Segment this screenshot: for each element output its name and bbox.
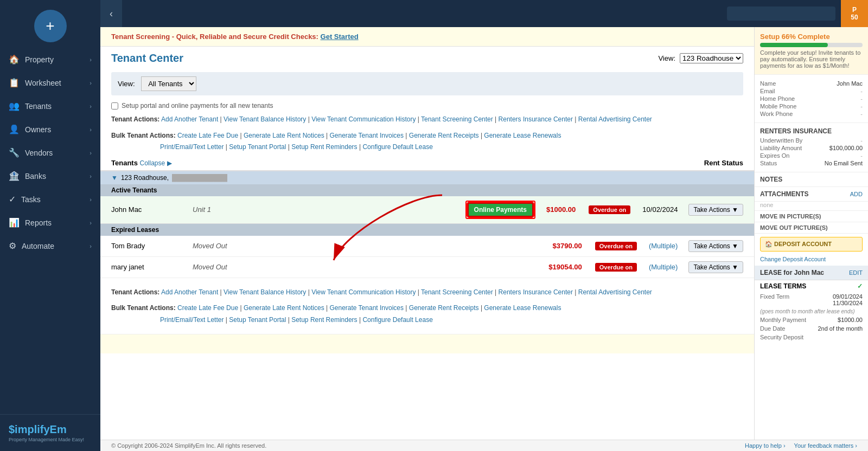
bulk-renewals[interactable]: Generate Lease Renewals: [484, 132, 561, 139]
view-select[interactable]: 123 Roadhouse: [680, 53, 743, 63]
table-header: Tenants Collapse ▶ Rent Status: [100, 156, 754, 171]
sidebar-item-vendors[interactable]: 🔧 Vendors ›: [0, 141, 100, 164]
footer: © Copyright 2006-2024 SimplifyEm Inc. Al…: [100, 440, 868, 451]
sidebar-item-property[interactable]: 🏠 Property ›: [0, 48, 100, 71]
sidebar-item-worksheet[interactable]: 📋 Worksheet ›: [0, 71, 100, 94]
home-icon: 🏠: [9, 54, 20, 65]
due-date-row: Due Date 2nd of the month: [755, 324, 868, 333]
sidebar-item-reports[interactable]: 📊 Reports ›: [0, 211, 100, 234]
action-renters-ins[interactable]: Renters Insurance Center: [499, 115, 573, 123]
overdue-date-tom: (Multiple): [649, 242, 678, 250]
action-balance-history[interactable]: View Tenant Balance History: [224, 115, 306, 123]
take-actions-tom[interactable]: Take Actions ▼: [688, 240, 743, 252]
overdue-date-mary: (Multiple): [649, 263, 678, 271]
notes-title: NOTES: [760, 176, 863, 183]
logo-area: $implifyEm Property Management Made Easy…: [0, 414, 100, 451]
add-attachment-link[interactable]: ADD: [850, 191, 863, 197]
chevron-right-icon-6: ›: [90, 173, 92, 179]
badge-p: P: [852, 6, 857, 14]
action-rental-ads[interactable]: Rental Advertising Center: [578, 115, 652, 123]
setup-progress: Setup 66% Complete Complete your setup! …: [755, 27, 868, 75]
action-comm-history[interactable]: View Tenant Communication History: [311, 115, 416, 123]
name-row: Name John Mac: [760, 80, 863, 87]
bulk-late-notices[interactable]: Generate Late Rent Notices: [244, 132, 324, 139]
bulk-receipts[interactable]: Generate Rent Receipts: [409, 132, 479, 139]
chevron-right-icon-7: ›: [90, 196, 92, 203]
lease-terms-title: LEASE TERMS: [760, 282, 806, 290]
email-value: -: [860, 88, 863, 94]
b-bulk-receipts[interactable]: Generate Rent Receipts: [409, 304, 479, 312]
reports-icon: 📊: [9, 217, 20, 228]
owners-icon: 👤: [9, 124, 20, 134]
topbar: ‹ P 50: [100, 0, 868, 27]
take-actions-mary[interactable]: Take Actions ▼: [688, 261, 743, 273]
bulk-actions-line: Bulk Tenant Actions: Create Late Fee Due…: [100, 128, 754, 156]
tenant-unit-john: Unit 1: [193, 205, 236, 214]
b-action-add[interactable]: Add Another Tenant: [161, 288, 218, 296]
b-bulk-portal[interactable]: Setup Tenant Portal: [229, 316, 286, 324]
add-button[interactable]: +: [34, 10, 67, 42]
setup-checkbox[interactable]: [111, 102, 118, 109]
b-action-comm[interactable]: View Tenant Communication History: [311, 288, 416, 296]
b-bulk-reminders[interactable]: Setup Rent Reminders: [291, 316, 357, 324]
b-action-screening[interactable]: Tenant Screening Center: [421, 288, 493, 296]
help-link[interactable]: Happy to help ›: [745, 442, 786, 449]
get-started-link[interactable]: Get Started: [321, 33, 359, 41]
tenant-row-mary-janet: mary janet Moved Out $19054.00 Overdue o…: [100, 257, 754, 278]
b-bulk-lease[interactable]: Configure Default Lease: [362, 316, 432, 324]
automate-icon: ⚙: [9, 241, 16, 251]
tenant-actions-line: Tenant Actions: Add Another Tenant | Vie…: [100, 112, 754, 128]
search-input[interactable]: [727, 7, 835, 21]
b-bulk-renewals[interactable]: Generate Lease Renewals: [484, 304, 561, 312]
action-add-tenant[interactable]: Add Another Tenant: [161, 115, 218, 123]
sidebar-item-banks[interactable]: 🏦 Banks ›: [0, 164, 100, 188]
work-phone-value: -: [860, 111, 863, 117]
chevron-right-icon-8: ›: [90, 220, 92, 226]
collapse-button[interactable]: Collapse ▶: [140, 159, 172, 167]
tenants-icon: 👥: [9, 101, 20, 111]
lease-edit-link[interactable]: EDIT: [849, 269, 863, 276]
overdue-badge-tom: Overdue on: [595, 242, 637, 250]
bulk-rent-reminders[interactable]: Setup Rent Reminders: [291, 143, 357, 151]
sidebar-item-tenants[interactable]: 👥 Tenants ›: [0, 94, 100, 118]
bulk-default-lease[interactable]: Configure Default Lease: [362, 143, 432, 151]
progress-bar-fill: [760, 43, 828, 47]
b-action-balance[interactable]: View Tenant Balance History: [224, 288, 306, 296]
bulk-late-fee[interactable]: Create Late Fee Due: [177, 132, 238, 139]
all-tenants-select[interactable]: All Tenants: [141, 76, 196, 91]
attachments-title: ATTACHMENTS: [760, 190, 809, 198]
screening-bold: Tenant Screening - Quick, Reliable and S…: [111, 33, 318, 41]
bulk-print-letter[interactable]: Print/Email/Text Letter: [160, 143, 224, 151]
sidebar-item-owners[interactable]: 👤 Owners ›: [0, 118, 100, 141]
amount-john: $1000.00: [546, 205, 576, 214]
b-action-renters[interactable]: Renters Insurance Center: [499, 288, 573, 296]
bulk-invoices[interactable]: Generate Tenant Invoices: [329, 132, 404, 139]
sidebar-item-tasks[interactable]: ✓ Tasks ›: [0, 188, 100, 211]
deposit-account-box: 🏠 DEPOSIT ACCOUNT: [760, 237, 863, 252]
action-screening[interactable]: Tenant Screening Center: [421, 115, 493, 123]
online-payments-button[interactable]: Online Payments: [468, 203, 533, 217]
b-bulk-notices[interactable]: Generate Late Rent Notices: [244, 304, 324, 312]
b-bulk-letter[interactable]: Print/Email/Text Letter: [160, 316, 224, 324]
change-deposit-link[interactable]: Change Deposit Account: [755, 255, 868, 266]
tenant-center-header: Tenant Center View: 123 Roadhouse: [100, 47, 754, 68]
overdue-badge-mary: Overdue on: [595, 263, 637, 272]
tenant-row-john-mac: John Mac Unit 1 Online Payments $1000.00…: [100, 196, 754, 224]
logo-sub: Property Management Made Easy!: [9, 437, 92, 442]
back-button[interactable]: ‹: [100, 0, 122, 27]
move-in-label: MOVE IN PICTURE(S): [755, 211, 868, 222]
take-actions-john[interactable]: Take Actions ▼: [688, 204, 743, 216]
all-tenants-label: View:: [118, 80, 135, 88]
b-action-ads[interactable]: Rental Advertising Center: [578, 288, 652, 296]
badge-50: 50: [851, 14, 858, 21]
view-section: View: All Tenants: [111, 72, 743, 95]
feedback-link[interactable]: Your feedback matters ›: [794, 442, 857, 449]
chevron-right-icon-9: ›: [90, 243, 92, 249]
b-bulk-invoices[interactable]: Generate Tenant Invoices: [329, 304, 404, 312]
active-tenants-label: Active Tenants: [100, 184, 754, 196]
expires-row: Expires On -: [760, 152, 863, 159]
bulk-tenant-portal[interactable]: Setup Tenant Portal: [229, 143, 286, 151]
b-bulk-latefee[interactable]: Create Late Fee Due: [177, 304, 238, 312]
bottom-bulk-actions: Bulk Tenant Actions: Create Late Fee Due…: [100, 300, 754, 328]
sidebar-item-automate[interactable]: ⚙ Automate ›: [0, 234, 100, 257]
